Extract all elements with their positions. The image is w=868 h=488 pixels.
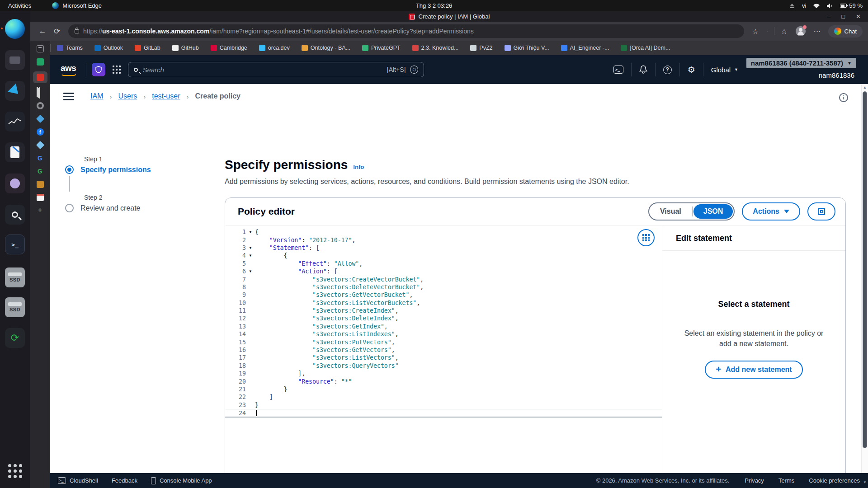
bookmark-item[interactable]: PvZ2 [470, 45, 492, 51]
minimize-button[interactable]: – [827, 13, 830, 20]
code-line[interactable]: 22 ] [225, 393, 662, 401]
visual-toggle[interactable]: Visual [649, 207, 692, 216]
show-applications-button[interactable] [5, 461, 25, 481]
dock-text-editor-icon[interactable] [5, 142, 25, 162]
back-button[interactable]: ← [36, 27, 49, 36]
more-menu-icon[interactable]: ⋯ [810, 27, 825, 36]
favorites-bar-icon[interactable]: ☆ [777, 27, 791, 36]
scrollbar-thumb[interactable] [863, 91, 867, 448]
code-line[interactable]: 3▼ "Statement": [ [225, 244, 662, 252]
bookmark-item[interactable]: AI_Engineer -... [561, 45, 609, 51]
close-button[interactable]: ✕ [856, 13, 861, 20]
help-icon[interactable]: ? [656, 66, 679, 74]
tab-audio-icon[interactable] [37, 89, 44, 96]
tab-favicon-sheets[interactable] [37, 58, 44, 66]
code-line[interactable]: 12 "s3vectors:DeleteIndex", [225, 314, 662, 322]
battery-indicator[interactable]: 59 % [840, 2, 863, 9]
bookmark-star-icon[interactable]: ☆ [749, 27, 762, 36]
extensions-icon[interactable] [763, 27, 771, 35]
editor-settings-button[interactable] [637, 229, 655, 246]
add-new-statement-button[interactable]: + Add new statement [705, 361, 802, 379]
actions-button[interactable]: Actions [742, 202, 800, 221]
bookmark-item[interactable]: Giới Thiệu V... [505, 45, 549, 51]
code-line[interactable]: 14 "s3vectors:ListIndexes", [225, 330, 662, 338]
step-2-item[interactable]: Review and create [65, 204, 201, 212]
fold-toggle-icon[interactable]: ▼ [246, 269, 255, 273]
activities-button[interactable]: Activities [8, 2, 31, 9]
code-line[interactable]: 6▼ "Action": [ [225, 267, 662, 275]
breadcrumb-item[interactable]: Users [118, 92, 137, 100]
code-line[interactable]: 1▼{ [225, 228, 662, 236]
settings-gear-icon[interactable]: ⚙ [680, 65, 703, 75]
refresh-button[interactable]: ⟳ [50, 27, 64, 36]
json-policy-editor[interactable]: 1▼{2 "Version": "2012-10-17",3▼ "Stateme… [225, 225, 662, 486]
lock-icon[interactable] [75, 29, 79, 33]
dock-ssd-drive-icon[interactable]: SSD [5, 267, 25, 287]
cloudshell-header-icon[interactable]: >_ [606, 66, 631, 74]
code-line[interactable]: 18 "s3vectors:QueryVectors" [225, 362, 662, 370]
code-line[interactable]: 5 "Effect": "Allow", [225, 260, 662, 267]
tab-favicon-loading[interactable] [37, 102, 44, 109]
notifications-bell-icon[interactable] [632, 65, 655, 74]
account-menu[interactable]: nam861836 (4840-7211-3587) ▼ [746, 58, 856, 68]
tab-actions-icon[interactable] [37, 45, 44, 52]
copilot-chat-button[interactable]: Chat [828, 25, 863, 38]
active-tab[interactable] [33, 71, 47, 83]
cookie-preferences-link[interactable]: Cookie preferences [809, 477, 860, 484]
tab-favicon-calendar[interactable] [37, 194, 44, 201]
dock-system-monitor-icon[interactable] [5, 112, 25, 131]
code-line[interactable]: 21 } [225, 385, 662, 393]
eject-icon[interactable] [789, 4, 795, 8]
breadcrumb-item[interactable]: IAM [90, 92, 103, 100]
tab-favicon-orca2[interactable] [36, 141, 44, 149]
bookmark-item[interactable]: Ontology - BA... [302, 45, 350, 51]
code-line[interactable]: 24 [225, 409, 662, 417]
feedback-button[interactable]: Feedback [112, 477, 137, 484]
maximize-button[interactable]: □ [841, 13, 845, 20]
code-line[interactable]: 23} [225, 401, 662, 409]
focused-app-indicator[interactable]: Microsoft Edge [52, 2, 102, 9]
tab-favicon-google[interactable]: G [37, 155, 44, 162]
code-line[interactable]: 9 "s3vectors:GetVectorBucket", [225, 291, 662, 299]
region-selector[interactable]: Global▼ [703, 66, 746, 74]
fold-toggle-icon[interactable]: ▼ [246, 246, 255, 250]
bookmark-item[interactable]: PrivateGPT [362, 45, 401, 51]
bookmark-item[interactable]: Cambridge [211, 45, 247, 51]
code-line[interactable]: 2 "Version": "2012-10-17", [225, 236, 662, 244]
console-mobile-app-button[interactable]: Console Mobile App [151, 477, 212, 484]
bookmark-item[interactable]: GitLab [135, 45, 160, 51]
dock-github-desktop-icon[interactable] [5, 174, 25, 193]
new-tab-button[interactable]: + [37, 207, 44, 214]
scroll-up-arrow[interactable]: ▲ [862, 85, 868, 89]
profile-avatar[interactable] [796, 26, 806, 36]
bookmark-item[interactable]: Outlook [94, 45, 123, 51]
code-line[interactable]: 20 "Resource": "*" [225, 377, 662, 385]
fold-toggle-icon[interactable]: ▼ [246, 253, 255, 258]
fullscreen-button[interactable] [807, 202, 835, 221]
tab-favicon-google2[interactable]: G [37, 168, 44, 175]
dock-search-tool-icon[interactable] [5, 205, 25, 225]
code-line[interactable]: 13 "s3vectors:GetIndex", [225, 323, 662, 330]
services-menu-icon[interactable] [113, 66, 121, 74]
tab-favicon-package[interactable] [37, 181, 44, 188]
input-language-indicator[interactable]: vi [802, 2, 806, 9]
dock-terminal-icon[interactable]: >_ [5, 235, 25, 254]
bookmark-item[interactable]: [Orca AI] Dem... [621, 45, 670, 51]
address-bar[interactable]: https://us-east-1.console.aws.amazon.com… [68, 24, 744, 38]
dock-files-icon[interactable] [5, 50, 25, 70]
step-1-item[interactable]: Specify permissions [65, 165, 201, 174]
code-line[interactable]: 16 "s3vectors:GetVectors", [225, 346, 662, 354]
bookmark-item[interactable]: Teams [57, 45, 83, 51]
bookmark-item[interactable]: GitHub [172, 45, 199, 51]
privacy-link[interactable]: Privacy [745, 477, 764, 484]
code-line[interactable]: 11 "s3vectors:CreateIndex", [225, 307, 662, 314]
bookmark-item[interactable]: orca.dev [259, 45, 290, 51]
code-line[interactable]: 4▼ { [225, 252, 662, 259]
dock-software-updater-icon[interactable]: ⟳ [5, 328, 25, 348]
breadcrumb-item[interactable]: test-user [152, 92, 180, 100]
scroll-down-arrow[interactable]: ▼ [863, 480, 867, 484]
code-line[interactable]: 8 "s3vectors:DeleteVectorBucket", [225, 283, 662, 291]
code-line[interactable]: 7 "s3vectors:CreateVectorBucket", [225, 275, 662, 283]
iam-service-icon[interactable] [92, 63, 105, 76]
fold-toggle-icon[interactable]: ▼ [246, 230, 255, 234]
